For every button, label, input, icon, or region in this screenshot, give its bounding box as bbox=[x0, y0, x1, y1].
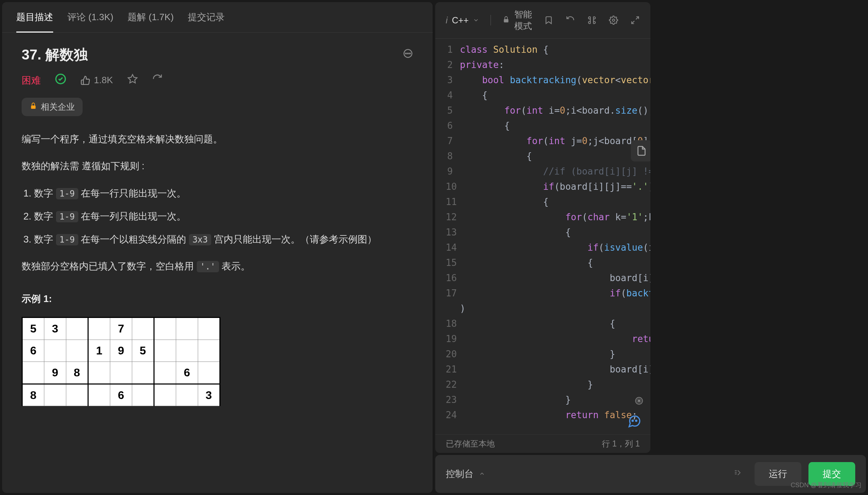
sudoku-cell bbox=[154, 340, 176, 362]
solved-check-icon bbox=[55, 73, 66, 87]
desc-rules-header: 数独的解法需 遵循如下规则 : bbox=[22, 157, 413, 175]
problem-title: 37. 解数独 bbox=[22, 45, 88, 64]
chevron-down-icon bbox=[473, 15, 479, 25]
problem-tabs: 题目描述 评论 (1.3K) 题解 (1.7K) 提交记录 bbox=[2, 2, 433, 33]
sudoku-cell bbox=[176, 384, 198, 406]
sudoku-cell: 3 bbox=[198, 384, 220, 406]
sudoku-cell bbox=[110, 362, 132, 384]
svg-point-3 bbox=[409, 53, 410, 54]
desc-tail: 数独部分空格内已填入了数字，空白格用 '.' 表示。 bbox=[22, 257, 413, 275]
rule-item: 数字 1-9 在每一个以粗实线分隔的 3x3 宫内只能出现一次。（请参考示例图） bbox=[34, 231, 413, 249]
tab-comments[interactable]: 评论 (1.3K) bbox=[67, 2, 113, 32]
sudoku-cell bbox=[44, 384, 66, 406]
sudoku-cell bbox=[132, 362, 154, 384]
language-selector[interactable]: i C++ bbox=[446, 15, 480, 25]
rule-item: 数字 1-9 在每一行只能出现一次。 bbox=[34, 184, 413, 203]
editor-toolbar: i C++ 智能模式 bbox=[435, 2, 651, 39]
language-label: C++ bbox=[452, 15, 469, 25]
editor-wrapper: i C++ 智能模式 123456789101 bbox=[435, 2, 866, 493]
svg-point-2 bbox=[407, 53, 408, 54]
lock-icon bbox=[29, 102, 37, 112]
like-count: 1.8K bbox=[94, 75, 113, 86]
sudoku-cell bbox=[44, 340, 66, 362]
editor-status-bar: 已存储至本地 行 1，列 1 bbox=[435, 434, 651, 453]
svg-point-1 bbox=[405, 53, 407, 54]
sudoku-cell bbox=[88, 384, 110, 406]
sudoku-cell bbox=[132, 318, 154, 340]
lock-icon bbox=[502, 15, 510, 25]
svg-line-10 bbox=[632, 21, 635, 24]
fullscreen-icon[interactable] bbox=[631, 16, 640, 25]
svg-rect-6 bbox=[31, 106, 36, 109]
sudoku-cell bbox=[176, 318, 198, 340]
code-content[interactable]: class Solution {private: bool backtracki… bbox=[460, 39, 651, 434]
sudoku-cell bbox=[154, 384, 176, 406]
example-title: 示例 1: bbox=[22, 290, 413, 308]
like-button[interactable]: 1.8K bbox=[80, 75, 113, 86]
svg-marker-5 bbox=[128, 75, 137, 83]
sudoku-board: 5376195986863 bbox=[22, 317, 220, 406]
sudoku-cell bbox=[66, 318, 88, 340]
divider bbox=[491, 15, 491, 25]
sudoku-cell: 6 bbox=[22, 340, 44, 362]
sudoku-cell: 5 bbox=[22, 318, 44, 340]
tab-submissions[interactable]: 提交记录 bbox=[188, 2, 225, 32]
close-chat-icon[interactable] bbox=[635, 397, 643, 407]
sudoku-cell bbox=[154, 362, 176, 384]
sudoku-cell: 8 bbox=[22, 384, 44, 406]
problem-description: 编写一个程序，通过填充空格来解决数独问题。 数独的解法需 遵循如下规则 : 数字… bbox=[22, 130, 413, 406]
problem-panel: 题目描述 评论 (1.3K) 题解 (1.7K) 提交记录 37. 解数独 困难… bbox=[2, 2, 433, 493]
reset-icon[interactable] bbox=[566, 16, 575, 25]
debug-icon[interactable] bbox=[732, 468, 742, 480]
watermark: CSDN @看到请催我学习 bbox=[791, 481, 862, 489]
sudoku-cell bbox=[88, 318, 110, 340]
sudoku-cell bbox=[176, 340, 198, 362]
sudoku-cell: 1 bbox=[88, 340, 110, 362]
shortcuts-icon[interactable] bbox=[587, 16, 597, 25]
company-tag-label: 相关企业 bbox=[41, 101, 75, 113]
sudoku-cell: 7 bbox=[110, 318, 132, 340]
sudoku-cell: 8 bbox=[66, 362, 88, 384]
settings-icon[interactable] bbox=[609, 16, 618, 25]
console-toggle[interactable]: 控制台 bbox=[446, 468, 485, 480]
smart-mode-toggle[interactable]: 智能模式 bbox=[502, 8, 537, 32]
sudoku-cell: 9 bbox=[110, 340, 132, 362]
chevron-up-icon bbox=[479, 468, 485, 479]
chat-icon[interactable] bbox=[627, 414, 642, 432]
svg-rect-7 bbox=[504, 19, 509, 22]
share-icon[interactable] bbox=[152, 74, 163, 87]
tab-description[interactable]: 题目描述 bbox=[16, 2, 53, 32]
sudoku-cell bbox=[132, 384, 154, 406]
notes-side-button[interactable] bbox=[631, 140, 650, 161]
smart-mode-label: 智能模式 bbox=[514, 8, 537, 32]
tab-solutions[interactable]: 题解 (1.7K) bbox=[128, 2, 174, 32]
sudoku-cell bbox=[154, 318, 176, 340]
svg-line-9 bbox=[636, 17, 639, 19]
rules-list: 数字 1-9 在每一行只能出现一次。 数字 1-9 在每一列只能出现一次。 数字… bbox=[22, 184, 413, 249]
more-menu-icon[interactable] bbox=[403, 48, 413, 61]
difficulty-badge: 困难 bbox=[22, 74, 41, 87]
sudoku-cell: 5 bbox=[132, 340, 154, 362]
sudoku-cell bbox=[66, 384, 88, 406]
svg-point-8 bbox=[612, 19, 615, 22]
sudoku-cell: 6 bbox=[176, 362, 198, 384]
problem-content: 37. 解数独 困难 1.8K 相关企业 bbox=[2, 33, 433, 493]
sudoku-cell: 3 bbox=[44, 318, 66, 340]
sudoku-cell bbox=[198, 362, 220, 384]
sudoku-cell: 9 bbox=[44, 362, 66, 384]
save-status: 已存储至本地 bbox=[446, 438, 495, 449]
bookmark-icon[interactable] bbox=[544, 16, 553, 25]
rule-item: 数字 1-9 在每一列只能出现一次。 bbox=[34, 207, 413, 226]
svg-point-11 bbox=[632, 420, 633, 421]
desc-intro: 编写一个程序，通过填充空格来解决数独问题。 bbox=[22, 130, 413, 148]
sudoku-cell bbox=[198, 340, 220, 362]
company-tag[interactable]: 相关企业 bbox=[22, 98, 83, 116]
code-editor[interactable]: 1234567891011121314151617 18192021222324… bbox=[435, 39, 651, 434]
sudoku-cell bbox=[88, 362, 110, 384]
svg-point-12 bbox=[636, 420, 637, 421]
cursor-position: 行 1，列 1 bbox=[602, 438, 640, 449]
sudoku-cell bbox=[198, 318, 220, 340]
sudoku-cell: 6 bbox=[110, 384, 132, 406]
editor-panel: i C++ 智能模式 123456789101 bbox=[435, 2, 651, 453]
favorite-icon[interactable] bbox=[127, 74, 138, 87]
